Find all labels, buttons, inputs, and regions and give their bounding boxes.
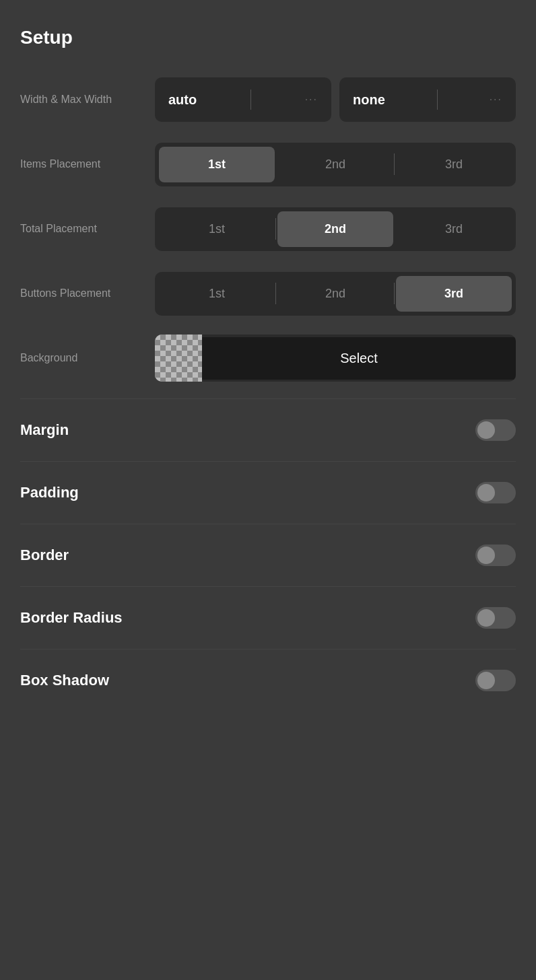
items-placement-3rd[interactable]: 3rd bbox=[396, 147, 512, 182]
border-section: Border bbox=[20, 524, 516, 586]
total-placement-control: 1st 2nd 3rd bbox=[155, 207, 516, 251]
items-placement-label: Items Placement bbox=[20, 158, 155, 172]
buttons-placement-3rd[interactable]: 3rd bbox=[396, 276, 512, 312]
buttons-placement-control: 1st 2nd 3rd bbox=[155, 272, 516, 316]
border-toggle[interactable] bbox=[475, 545, 516, 566]
box-shadow-section: Box Shadow bbox=[20, 649, 516, 711]
total-placement-2nd[interactable]: 2nd bbox=[277, 211, 393, 247]
background-row: Background Select bbox=[20, 331, 516, 385]
background-control: Select bbox=[155, 335, 516, 382]
setup-section: Width & Max Width auto ··· none ··· Item… bbox=[20, 73, 516, 385]
total-placement-3rd[interactable]: 3rd bbox=[396, 211, 512, 247]
items-placement-control: 1st 2nd 3rd bbox=[155, 143, 516, 186]
items-placement-row: Items Placement 1st 2nd 3rd bbox=[20, 137, 516, 191]
buttons-placement-1st[interactable]: 1st bbox=[159, 276, 275, 312]
width-value: auto bbox=[168, 92, 197, 108]
buttons-placement-row: Buttons Placement 1st 2nd 3rd bbox=[20, 267, 516, 320]
page-title: Setup bbox=[20, 27, 516, 48]
total-placement-label: Total Placement bbox=[20, 222, 155, 236]
background-picker: Select bbox=[155, 335, 516, 382]
max-width-dots: ··· bbox=[490, 94, 502, 106]
divider bbox=[250, 90, 251, 110]
items-placement-group: 1st 2nd 3rd bbox=[155, 143, 516, 186]
border-radius-label: Border Radius bbox=[20, 609, 123, 627]
padding-section: Padding bbox=[20, 461, 516, 524]
box-shadow-toggle[interactable] bbox=[475, 670, 516, 691]
divider bbox=[437, 90, 438, 110]
buttons-placement-2nd[interactable]: 2nd bbox=[277, 276, 393, 312]
items-placement-1st[interactable]: 1st bbox=[159, 147, 275, 182]
width-dots: ··· bbox=[305, 94, 318, 106]
background-select-button[interactable]: Select bbox=[202, 337, 516, 380]
total-placement-1st[interactable]: 1st bbox=[159, 211, 275, 247]
margin-label: Margin bbox=[20, 421, 69, 439]
total-placement-group: 1st 2nd 3rd bbox=[155, 207, 516, 251]
margin-section: Margin bbox=[20, 398, 516, 461]
max-width-button[interactable]: none ··· bbox=[339, 77, 516, 122]
border-label: Border bbox=[20, 547, 69, 564]
buttons-placement-label: Buttons Placement bbox=[20, 287, 155, 301]
color-checker-pattern bbox=[155, 335, 202, 382]
padding-label: Padding bbox=[20, 484, 79, 501]
width-max-width-control: auto ··· none ··· bbox=[155, 77, 516, 122]
width-max-width-label: Width & Max Width bbox=[20, 93, 155, 107]
total-placement-row: Total Placement 1st 2nd 3rd bbox=[20, 202, 516, 256]
box-shadow-label: Box Shadow bbox=[20, 672, 109, 689]
max-width-value: none bbox=[353, 92, 385, 108]
toggle-sections: Margin Padding Border Border Radius Box … bbox=[20, 398, 516, 711]
border-radius-toggle[interactable] bbox=[475, 607, 516, 629]
items-placement-2nd[interactable]: 2nd bbox=[277, 147, 393, 182]
margin-toggle[interactable] bbox=[475, 419, 516, 441]
buttons-placement-group: 1st 2nd 3rd bbox=[155, 272, 516, 316]
border-radius-section: Border Radius bbox=[20, 586, 516, 649]
width-button[interactable]: auto ··· bbox=[155, 77, 331, 122]
padding-toggle[interactable] bbox=[475, 482, 516, 503]
background-label: Background bbox=[20, 351, 155, 365]
width-max-width-row: Width & Max Width auto ··· none ··· bbox=[20, 73, 516, 127]
